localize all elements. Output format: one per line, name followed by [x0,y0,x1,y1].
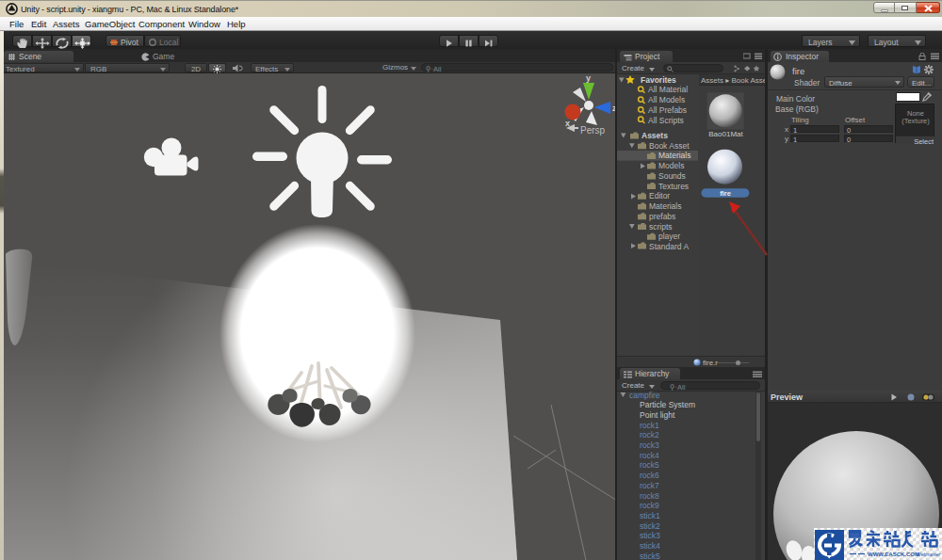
svg-text:Editor: Editor [649,191,670,200]
svg-text:Sounds: Sounds [658,171,686,181]
svg-text:stick4: stick4 [640,541,660,551]
svg-text:stick1: stick1 [640,511,660,520]
svg-text:Materials: Materials [658,151,690,160]
svg-text:All Models: All Models [648,95,685,104]
svg-text:stick3: stick3 [640,531,660,540]
svg-text:rock1: rock1 [640,421,659,430]
svg-text:Book Asset: Book Asset [649,141,690,151]
svg-text:y: y [586,73,591,83]
svg-text:rock9: rock9 [640,501,659,510]
svg-text:All Scripts: All Scripts [648,116,684,125]
svg-text:Models: Models [658,161,684,170]
svg-text:prefabs: prefabs [649,212,675,221]
svg-text:All Prefabs: All Prefabs [648,105,687,115]
svg-text:rock8: rock8 [640,491,659,501]
svg-text:Persp: Persp [580,125,606,136]
svg-text:Bao01Mat: Bao01Mat [708,130,743,138]
svg-text:rock7: rock7 [640,481,659,490]
svg-text:WWW.EASCK.COM: WWW.EASCK.COM [868,552,919,557]
svg-text:rock2: rock2 [640,430,659,440]
svg-text:Particle System: Particle System [640,400,695,409]
svg-text:Standard A: Standard A [649,242,689,251]
svg-text:Materials: Materials [649,201,681,211]
svg-text:rock4: rock4 [640,451,659,460]
svg-text:rock5: rock5 [640,460,659,470]
svg-text:Point light: Point light [640,410,675,420]
svg-text:Assets: Assets [642,131,668,140]
svg-text:player: player [658,232,680,241]
svg-text:stick2: stick2 [640,521,660,531]
svg-text:All Material: All Material [648,85,688,94]
svg-text:rock3: rock3 [640,440,659,450]
svg-text:Textures: Textures [658,182,689,191]
svg-text:fire: fire [720,189,731,198]
svg-text:x: x [565,119,570,128]
svg-text:stick5: stick5 [640,552,660,560]
svg-text:scripts: scripts [649,222,673,232]
svg-text:Webmaster: Webmaster [917,552,941,557]
svg-text:campfire: campfire [629,392,660,400]
svg-text:Favorites: Favorites [641,75,676,85]
svg-text:rock6: rock6 [640,471,659,480]
